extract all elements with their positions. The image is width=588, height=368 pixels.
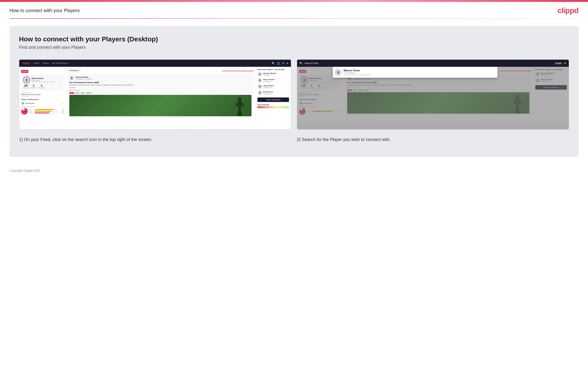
ott-val: 79 [60, 109, 63, 110]
la-value: Afternoon round of golf [21, 93, 63, 96]
following-button[interactable]: Following ▾ [67, 69, 80, 72]
player-row-3: 👤 Hiral Pujara Activities: 3 [257, 84, 289, 89]
search-result-name: Marcus Turner [344, 69, 371, 72]
tag-app: APP [75, 92, 79, 94]
main-content: How to connect with your Players (Deskto… [9, 26, 579, 157]
search-bar: 🔍 Marcus Turner CLEAR ✕ [297, 60, 569, 67]
avatar-icon[interactable]: ● [286, 62, 288, 65]
stat-followers: 3 Followers [31, 84, 37, 88]
user-icon[interactable]: 👤 [277, 62, 280, 65]
golfer-silhouette [232, 97, 247, 116]
following-row: Following ▾ Control who can see your act… [67, 69, 253, 72]
ott-fill [35, 109, 54, 110]
ap-avatar-2: 👤 [257, 78, 262, 83]
arg-val: 61 [60, 112, 63, 114]
ott-label: OTT [29, 109, 34, 110]
search-result-avatar: 👤 [335, 69, 342, 76]
caption-2-text: 2) Search for the Player you wish to con… [297, 137, 391, 142]
search-result-dropdown: 👤 Marcus Turner 1.5 Handicap Cypress Poi… [333, 67, 498, 78]
dropdown-arrow: ▾ [78, 69, 79, 72]
profile-stats: 129 Activities 3 Followers 4 Following [23, 84, 61, 88]
team-dashboard-button[interactable]: Team Dashboard [257, 97, 289, 102]
ap-name-2: Piers Parnell [263, 78, 274, 81]
app-logo-1: clippd [22, 62, 30, 65]
ap-info-4: Eli Vincent Activities: 1 [263, 91, 273, 95]
ap-acts-4: Activities: 1 [263, 93, 273, 95]
activity-card: 👤 Richard Butler Yesterday · The Grove P… [67, 74, 253, 118]
arg-fill [35, 112, 49, 113]
tpq-score-row: 84 OTT 79 [21, 108, 63, 115]
stat-following-num: 4 [38, 84, 44, 87]
tpq-bar-app: APP 70 [29, 110, 63, 112]
ap-avatar-3: 👤 [257, 84, 262, 89]
arg-label: ARG [29, 112, 34, 114]
stat-followers-label: Followers [31, 87, 37, 88]
search-close-button[interactable]: ✕ [564, 62, 566, 65]
caption-1-text: 1) On your Feed, click on the search ico… [19, 137, 152, 142]
latest-activity: Latest Activity Afternoon round of golf … [21, 92, 63, 97]
tpq-circle: 84 [21, 108, 28, 115]
player-row-4: 👤 Eli Vincent Activities: 1 [257, 90, 289, 95]
nav-item-performance[interactable]: My Performance [52, 62, 68, 64]
team-heatmap-label: Team Heatmap [257, 104, 289, 106]
tpq-score: 84 [24, 110, 26, 112]
app-body-1: Feed 👤 Blair McHarg Golf Coach Mill Ride… [19, 67, 291, 129]
screenshot-1-block: clippd Home Teams My Performance 🔍 👤 ⚙ ● [19, 59, 291, 143]
la-label: Latest Activity [21, 92, 63, 93]
profile-box: 👤 Blair McHarg Golf Coach Mill Ride Golf… [21, 74, 63, 90]
search-result-row[interactable]: 👤 Marcus Turner 1.5 Handicap Cypress Poi… [335, 69, 496, 76]
tag-putt: PUTT [86, 92, 92, 94]
app-screenshot-2: 🔍 Marcus Turner CLEAR ✕ 👤 Marcus Turner … [297, 59, 569, 129]
nav-item-teams[interactable]: Teams [43, 62, 49, 64]
tpq-label: Total Player Quality [21, 106, 63, 107]
activity-meta: 👤 Richard Butler Yesterday · The Grove [69, 76, 252, 80]
top-bar [0, 0, 588, 2]
control-link[interactable]: Control who can see your activity and da… [222, 70, 253, 71]
settings-icon[interactable]: ⚙ [282, 62, 284, 65]
stat-following-label: Following [38, 87, 44, 88]
pp-player-name: Eli Vincent [26, 102, 61, 104]
search-icon[interactable]: 🔍 [272, 62, 275, 65]
ap-name-4: Eli Vincent [263, 91, 273, 93]
activity-author-avatar: 👤 [69, 76, 74, 80]
nav-item-home[interactable]: Home [34, 62, 39, 64]
screenshots-row: clippd Home Teams My Performance 🔍 👤 ⚙ ● [19, 59, 569, 143]
stat-followers-num: 3 [31, 84, 37, 87]
ap-name-3: Hiral Pujara [263, 85, 273, 87]
profile-header: 👤 Blair McHarg Golf Coach Mill Ride Golf… [23, 76, 61, 83]
header: How to connect with your Players clippd [0, 2, 588, 18]
profile-club: Mill Ride Golf Club, United Kingdom [32, 81, 61, 83]
player-row-1: 👤 Richard Butler Activities: 7 [257, 72, 289, 77]
app-fill [35, 111, 52, 112]
pp-player-row: 👤 Eli Vincent ▾ [21, 101, 63, 105]
most-active-label: Most Active Players - Last 30 days [257, 69, 289, 70]
activity-desc: Walking the course with my coach to buil… [69, 84, 252, 86]
ap-avatar-4: 👤 [257, 90, 262, 95]
profile-info: Blair McHarg Golf Coach Mill Ride Golf C… [32, 77, 61, 83]
ap-name-1: Richard Butler [263, 72, 276, 74]
pp-avatar: 👤 [21, 101, 25, 105]
ap-info-3: Hiral Pujara Activities: 3 [263, 85, 273, 88]
screenshot-2-block: 🔍 Marcus Turner CLEAR ✕ 👤 Marcus Turner … [297, 59, 569, 143]
ap-avatar-1: 👤 [257, 72, 262, 77]
profile-name: Blair McHarg [32, 77, 61, 79]
tpq-bar-ott: OTT 79 [29, 109, 63, 110]
search-input[interactable]: Marcus Turner [305, 62, 553, 64]
main-title: How to connect with your Players (Deskto… [19, 36, 569, 43]
ap-info-2: Piers Parnell Activities: 4 [263, 78, 274, 82]
app-nav-1: clippd Home Teams My Performance 🔍 👤 ⚙ ● [19, 60, 291, 67]
app-nav-right: 🔍 👤 ⚙ ● [272, 62, 288, 65]
caption-1: 1) On your Feed, click on the search ico… [19, 129, 291, 143]
profile-role: Golf Coach [32, 79, 61, 81]
search-icon-2: 🔍 [299, 62, 303, 65]
ap-acts-2: Activities: 4 [263, 81, 274, 82]
player-performance-section: Player Performance 👤 Eli Vincent ▾ Total… [21, 98, 63, 115]
search-result-location: Cypress Point Club, United Kingdom [344, 74, 371, 76]
stat-activities: 129 Activities [23, 84, 29, 88]
search-clear-button[interactable]: CLEAR [555, 62, 562, 64]
heatmap-bar [257, 106, 289, 108]
pp-arrow: ▾ [62, 102, 63, 104]
activity-title: Pre Tournament Course Walk [69, 81, 252, 84]
la-date: 27 Jul 2022 [21, 96, 63, 97]
player-row-2: 👤 Piers Parnell Activities: 4 [257, 78, 289, 83]
